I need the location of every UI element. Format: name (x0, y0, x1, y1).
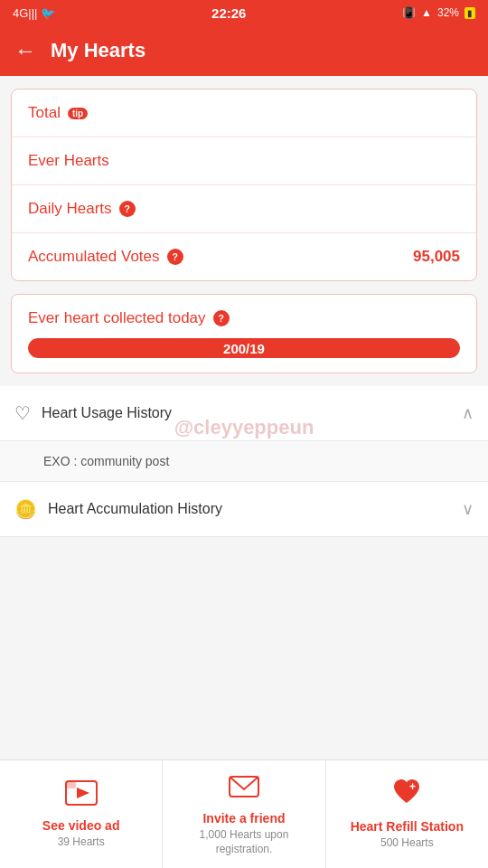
wifi-icon: ▲ (421, 6, 432, 19)
heart-refill-station-button[interactable]: + Heart Refill Station 500 Hearts (326, 760, 488, 868)
invite-friend-label: Invite a friend (202, 811, 285, 826)
battery-level: 32% (437, 6, 459, 19)
invite-friend-sublabel: 1,000 Hearts upon registration. (170, 828, 317, 856)
status-time: 22:26 (211, 5, 246, 21)
accumulated-votes-text: Accumulated Votes (28, 248, 160, 266)
heart-refill-station-label: Heart Refill Station (351, 819, 464, 834)
see-video-ad-icon (65, 779, 98, 813)
signal-icon: 4G||| (13, 6, 37, 20)
twitter-icon: 🐦 (41, 6, 55, 20)
bottom-nav: See video ad 39 Hearts Invite a friend 1… (0, 760, 488, 868)
total-text: Total (28, 104, 61, 122)
daily-hearts-row: Daily Hearts ? (12, 185, 476, 233)
svg-rect-2 (67, 782, 76, 788)
progress-help-icon[interactable]: ? (213, 310, 230, 326)
status-right: 📳 ▲ 32% ▮ (402, 6, 475, 19)
heart-usage-history-label: Heart Usage History (42, 405, 172, 421)
ever-hearts-label: Ever Hearts (28, 152, 109, 170)
exo-community-post-label: EXO : community post (43, 454, 169, 468)
see-video-ad-label: See video ad (42, 818, 120, 833)
heart-usage-chevron-icon: ∧ (462, 403, 474, 423)
header: ← My Hearts (0, 25, 488, 76)
sections-container: ♡ Heart Usage History ∧ EXO : community … (0, 386, 488, 537)
heart-usage-history-row[interactable]: ♡ Heart Usage History ∧ (0, 386, 488, 441)
heart-refill-station-sublabel: 500 Hearts (380, 836, 434, 851)
accumulated-votes-value: 95,005 (413, 248, 460, 266)
exo-community-post-row: EXO : community post (0, 441, 488, 482)
heart-accumulation-icon: 🪙 (14, 498, 37, 520)
see-video-ad-button[interactable]: See video ad 39 Hearts (0, 760, 163, 868)
invite-friend-icon (229, 772, 259, 806)
accumulated-votes-help-icon[interactable]: ? (167, 249, 183, 265)
progress-bar-background: 200/19 (28, 338, 460, 358)
daily-hearts-label: Daily Hearts ? (28, 200, 136, 218)
heart-usage-icon: ♡ (14, 402, 31, 424)
see-video-ad-sublabel: 39 Hearts (58, 835, 105, 850)
accumulated-votes-label: Accumulated Votes ? (28, 248, 183, 266)
status-left: 4G||| 🐦 (13, 6, 55, 20)
tip-badge: tip (68, 108, 88, 119)
svg-marker-1 (77, 788, 89, 798)
heart-accumulation-history-label: Heart Accumulation History (48, 501, 222, 517)
status-bar: 4G||| 🐦 22:26 📳 ▲ 32% ▮ (0, 0, 488, 25)
heart-usage-history-left: ♡ Heart Usage History (14, 402, 172, 424)
stats-card: Total tip Ever Hearts Daily Hearts ? Acc… (11, 89, 477, 281)
progress-label: Ever heart collected today ? (28, 309, 460, 327)
battery-icon: ▮ (465, 7, 475, 19)
ever-hearts-text: Ever Hearts (28, 152, 109, 170)
heart-accumulation-chevron-icon: ∨ (462, 499, 474, 519)
main-content: Total tip Ever Hearts Daily Hearts ? Acc… (0, 76, 488, 373)
progress-text: 200/19 (223, 341, 265, 356)
invite-friend-button[interactable]: Invite a friend 1,000 Hearts upon regist… (163, 760, 325, 868)
progress-card: Ever heart collected today ? 200/19 (11, 294, 477, 373)
page-title: My Hearts (51, 39, 145, 62)
daily-hearts-help-icon[interactable]: ? (119, 201, 136, 217)
svg-text:+: + (409, 780, 416, 793)
total-row: Total tip (12, 90, 476, 137)
heart-accumulation-history-row[interactable]: 🪙 Heart Accumulation History ∨ (0, 482, 488, 537)
heart-refill-station-icon: + (391, 778, 422, 814)
vibrate-icon: 📳 (402, 6, 416, 19)
back-button[interactable]: ← (14, 38, 36, 63)
accumulated-votes-row: Accumulated Votes ? 95,005 (12, 233, 476, 280)
heart-accumulation-history-left: 🪙 Heart Accumulation History (14, 498, 222, 520)
daily-hearts-text: Daily Hearts (28, 200, 112, 218)
total-label: Total tip (28, 104, 88, 122)
progress-label-text: Ever heart collected today (28, 309, 206, 327)
ever-hearts-row: Ever Hearts (12, 137, 476, 185)
